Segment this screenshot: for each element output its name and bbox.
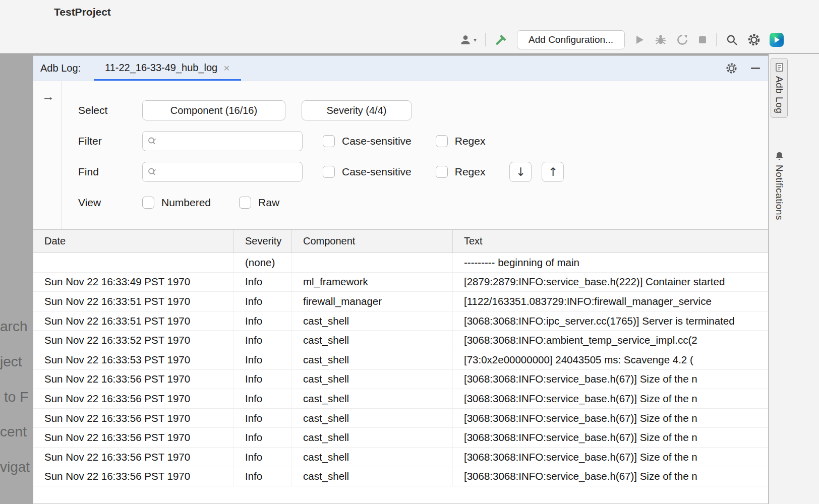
log-cell-text: [3068:3068:INFO:service_base.h(67)] Size… [453, 389, 768, 408]
find-case-sensitive-checkbox[interactable] [323, 166, 335, 178]
log-table-row[interactable]: Sun Nov 22 16:33:52 PST 1970 Info cast_s… [33, 331, 768, 350]
filter-row: Filter Case-sensitive Regex [62, 131, 768, 151]
minimize-icon[interactable] [751, 68, 760, 69]
log-cell-severity: (none) [234, 253, 292, 272]
add-configuration-button[interactable]: Add Configuration... [517, 30, 625, 49]
background-text-fragment: arch [0, 319, 33, 335]
log-table-row[interactable]: Sun Nov 22 16:33:56 PST 1970 Info cast_s… [33, 389, 768, 409]
log-cell-date: Sun Nov 22 16:33:49 PST 1970 [33, 273, 234, 292]
log-cell-date: Sun Nov 22 16:33:56 PST 1970 [33, 370, 234, 389]
find-regex-group: Regex [436, 166, 486, 178]
severity-filter-button[interactable]: Severity (4/4) [302, 100, 412, 120]
numbered-checkbox[interactable] [142, 197, 154, 209]
settings-gear-icon[interactable] [747, 33, 761, 47]
filter-panel: → Select Component (16/16) Severity (4/4… [33, 81, 768, 230]
log-table-row[interactable]: Sun Nov 22 16:33:56 PST 1970 Info cast_s… [33, 409, 768, 428]
background-text-fragment: cent [0, 424, 33, 440]
build-hammer-icon[interactable] [494, 33, 508, 47]
find-input[interactable] [160, 162, 302, 181]
find-regex-checkbox[interactable] [436, 166, 448, 178]
log-cell-date: Sun Nov 22 16:33:52 PST 1970 [33, 331, 234, 350]
tool-tab-notifications-label: Notifications [774, 165, 785, 220]
android-studio-logo-icon [770, 33, 784, 47]
screen: arch ject to F cent vigat TestProject ▾ … [0, 0, 819, 504]
log-cell-component: cast_shell [292, 409, 453, 428]
log-table-row[interactable]: Sun Nov 22 16:33:49 PST 1970 Info ml_fra… [33, 273, 768, 292]
log-table-row[interactable]: Sun Nov 22 16:33:51 PST 1970 Info cast_s… [33, 311, 768, 331]
log-table-row[interactable]: Sun Nov 22 16:33:56 PST 1970 Info cast_s… [33, 370, 768, 390]
raw-group: Raw [239, 197, 279, 209]
log-cell-text: [3068:3068:INFO:service_base.h(67)] Size… [453, 428, 768, 447]
search-icon[interactable] [147, 167, 160, 177]
log-table-row[interactable]: Sun Nov 22 16:33:56 PST 1970 Info cast_s… [33, 448, 768, 467]
column-header-text[interactable]: Text [453, 230, 768, 253]
background-text-fragment: vigat [0, 459, 33, 475]
log-cell-text: [3068:3068:INFO:service_base.h(67)] Size… [453, 409, 768, 428]
find-search-box[interactable] [142, 162, 303, 182]
log-document-icon [775, 62, 784, 72]
tool-tab-adb-log[interactable]: Adb Log [771, 58, 788, 118]
log-cell-severity: Info [234, 292, 292, 311]
log-cell-component: cast_shell [292, 389, 453, 408]
filter-case-sensitive-checkbox[interactable] [323, 135, 335, 147]
column-header-date[interactable]: Date [33, 230, 234, 253]
log-table-row[interactable]: Sun Nov 22 16:33:56 PST 1970 Info cast_s… [33, 428, 768, 448]
log-table-row[interactable]: Sun Nov 22 16:33:53 PST 1970 Info cast_s… [33, 350, 768, 370]
select-label: Select [62, 104, 142, 116]
column-header-severity[interactable]: Severity [234, 230, 292, 253]
user-profile-icon[interactable]: ▾ [459, 33, 477, 46]
log-cell-component: cast_shell [292, 331, 453, 350]
filter-input[interactable] [160, 132, 302, 151]
log-cell-text: [3068:3068:INFO:service_base.h(67)] Size… [453, 370, 768, 389]
log-table-body: (none) --------- beginning of main Sun N… [33, 253, 768, 486]
log-cell-text: --------- beginning of main [453, 253, 768, 272]
log-table-row[interactable]: Sun Nov 22 16:33:56 PST 1970 Info cast_s… [33, 467, 768, 487]
background-text-fragment: to F [0, 389, 33, 405]
log-cell-component: cast_shell [292, 428, 453, 447]
find-label: Find [62, 166, 142, 178]
hide-panel-arrow-icon[interactable]: → [42, 90, 54, 103]
column-header-component[interactable]: Component [292, 230, 453, 253]
log-cell-date: Sun Nov 22 16:33:56 PST 1970 [33, 409, 234, 428]
log-table-header: Date Severity Component Text [33, 230, 768, 253]
tool-tab-adb-log-label: Adb Log [774, 76, 785, 113]
profiler-icon[interactable] [676, 33, 689, 46]
debug-bug-icon[interactable] [654, 33, 667, 46]
log-table-row[interactable]: Sun Nov 22 16:33:51 PST 1970 Info firewa… [33, 292, 768, 311]
run-icon[interactable] [633, 34, 646, 46]
log-cell-text: [3068:3068:INFO:service_base.h(67)] Size… [453, 448, 768, 467]
find-regex-label: Regex [455, 166, 486, 178]
find-next-button[interactable]: ↓ [509, 162, 532, 182]
log-file-tab[interactable]: 11-22_16-33-49_hub_log × [94, 56, 241, 81]
log-table: Date Severity Component Text (none) ----… [33, 230, 768, 503]
raw-label: Raw [258, 197, 279, 209]
tool-tab-notifications[interactable]: Notifications [771, 147, 788, 224]
filter-case-sensitive-label: Case-sensitive [342, 135, 412, 147]
tab-close-icon[interactable]: × [223, 62, 229, 73]
log-cell-component: cast_shell [292, 350, 453, 369]
log-cell-severity: Info [234, 350, 292, 369]
panel-settings-gear-icon[interactable] [725, 62, 738, 75]
log-cell-severity: Info [234, 428, 292, 447]
filter-search-box[interactable] [142, 131, 303, 151]
log-cell-component: cast_shell [292, 311, 453, 331]
search-everywhere-icon[interactable] [725, 33, 738, 46]
log-table-row[interactable]: (none) --------- beginning of main [33, 253, 768, 273]
log-cell-text: [73:0x2e00000000] 24043505 ms: Scavenge … [453, 350, 768, 369]
raw-checkbox[interactable] [239, 197, 251, 209]
search-icon[interactable] [147, 136, 160, 146]
background-text-fragment: ject [0, 354, 33, 370]
find-previous-button[interactable]: ↑ [542, 162, 564, 182]
adb-log-window: Adb Log: 11-22_16-33-49_hub_log × → Sele… [33, 55, 769, 504]
titlebar: TestProject ▾ Add Configuration... [0, 0, 819, 53]
log-cell-component: ml_framework [292, 273, 453, 292]
log-cell-severity: Info [234, 331, 292, 350]
component-filter-button[interactable]: Component (16/16) [142, 100, 285, 120]
log-cell-component [292, 253, 453, 272]
log-cell-severity: Info [234, 389, 292, 408]
filter-label: Filter [62, 135, 142, 147]
filter-regex-checkbox[interactable] [436, 135, 448, 147]
log-cell-component: cast_shell [292, 467, 453, 486]
stop-icon[interactable] [697, 35, 708, 45]
log-cell-date: Sun Nov 22 16:33:51 PST 1970 [33, 311, 234, 331]
